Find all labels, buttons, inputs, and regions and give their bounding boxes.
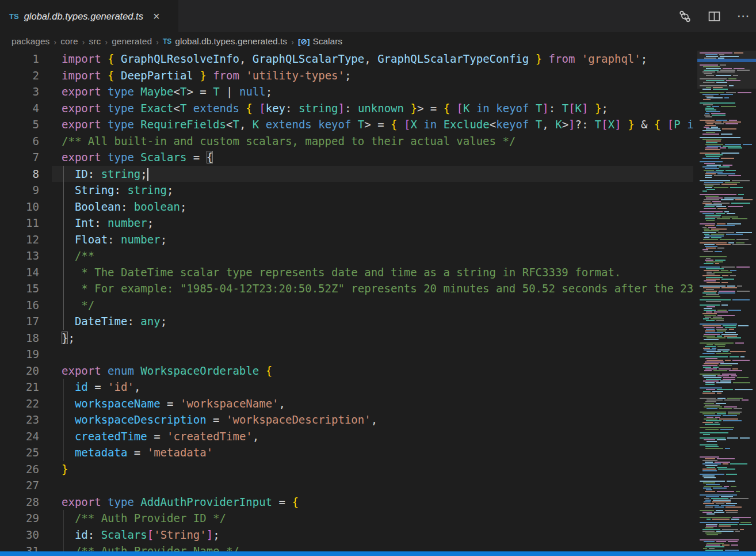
code-line[interactable]: workspaceName = 'workspaceName',: [52, 395, 693, 412]
typescript-file-icon: TS: [9, 12, 19, 21]
code-editor[interactable]: 1234567891011121314151617181920212223242…: [0, 51, 756, 551]
breadcrumb-item-core[interactable]: core: [60, 36, 78, 47]
code-line[interactable]: }: [52, 461, 693, 478]
code-line[interactable]: /** Auth Provider ID */: [52, 510, 693, 527]
breadcrumb-separator-icon: ›: [105, 37, 108, 47]
indent-guide: [63, 215, 64, 231]
indent-guide: [63, 444, 64, 461]
indent-guide: [63, 379, 64, 395]
indent-guide: [63, 428, 64, 445]
indent-guide: [63, 247, 64, 264]
code-line[interactable]: [52, 346, 693, 363]
line-number: 9: [0, 182, 39, 199]
tab-title: global.db.types.generated.ts: [24, 11, 143, 22]
close-tab-icon[interactable]: ×: [153, 10, 160, 22]
line-number: 1: [0, 51, 39, 67]
indent-guide: [63, 297, 64, 314]
indent-guide: [63, 182, 64, 199]
indent-guide: [63, 199, 64, 215]
line-number: 11: [0, 215, 39, 231]
code-line[interactable]: Boolean: boolean;: [52, 199, 693, 215]
breadcrumb-separator-icon: ›: [291, 37, 294, 47]
indent-guide: [63, 166, 64, 182]
breadcrumb-item-generated[interactable]: generated: [112, 36, 152, 47]
code-line[interactable]: */: [52, 297, 693, 314]
indent-guide: [63, 280, 64, 297]
line-number: 2: [0, 67, 39, 84]
code-line[interactable]: metadata = 'metadata': [52, 444, 693, 461]
line-number: 24: [0, 428, 39, 445]
code-line[interactable]: workspaceDescription = 'workspaceDescrip…: [52, 412, 693, 428]
line-number: 23: [0, 412, 39, 428]
indent-guide: [63, 395, 64, 412]
indent-guide: [63, 313, 64, 330]
code-line[interactable]: ID: string;: [52, 166, 693, 182]
line-number: 6: [0, 133, 39, 150]
open-changes-icon[interactable]: [678, 9, 692, 23]
editor-actions: ⋯: [678, 0, 750, 32]
code-line[interactable]: Int: number;: [52, 215, 693, 231]
line-number: 20: [0, 363, 39, 379]
breadcrumb: packages›core›src›generated›TSglobal.db.…: [0, 32, 756, 51]
code-line[interactable]: export enum WorkspaceOrderable {: [52, 363, 693, 379]
status-bar-edge: [0, 551, 756, 556]
split-editor-icon[interactable]: [707, 9, 721, 23]
code-line[interactable]: export type Exact<T extends { [key: stri…: [52, 100, 693, 117]
line-number: 21: [0, 379, 39, 395]
breadcrumb-file-icon: TS: [163, 37, 171, 45]
code-line[interactable]: [52, 477, 693, 494]
line-number: 8: [0, 166, 39, 182]
line-number: 14: [0, 264, 39, 281]
line-number: 25: [0, 444, 39, 461]
code-line[interactable]: import { GraphQLResolveInfo, GraphQLScal…: [52, 51, 693, 67]
code-line[interactable]: id: Scalars['String'];: [52, 527, 693, 543]
code-line[interactable]: Float: number;: [52, 231, 693, 248]
code-line[interactable]: String: string;: [52, 182, 693, 199]
line-number: 31: [0, 543, 39, 551]
line-number: 17: [0, 313, 39, 330]
code-line[interactable]: export type Maybe<T> = T | null;: [52, 83, 693, 100]
code-content[interactable]: import { GraphQLResolveInfo, GraphQLScal…: [52, 51, 693, 551]
code-line[interactable]: /** All built-in and custom scalars, map…: [52, 133, 693, 150]
line-number: 4: [0, 100, 39, 117]
code-line[interactable]: };: [52, 330, 693, 346]
code-line[interactable]: DateTime: any;: [52, 313, 693, 330]
line-number: 15: [0, 280, 39, 297]
code-line[interactable]: createdTime = 'createdTime',: [52, 428, 693, 445]
code-line[interactable]: /**: [52, 247, 693, 264]
line-number: 10: [0, 199, 39, 215]
indent-guide: [63, 412, 64, 428]
tab-global-db-types-generated[interactable]: TS global.db.types.generated.ts ×: [0, 0, 178, 32]
indent-guide: [63, 510, 64, 527]
code-line[interactable]: import { DeepPartial } from 'utility-typ…: [52, 67, 693, 84]
line-number: 22: [0, 395, 39, 412]
line-number: 27: [0, 477, 39, 494]
breadcrumb-item-src[interactable]: src: [89, 36, 101, 47]
indent-guide: [63, 264, 64, 281]
minimap-viewport-slider[interactable]: [697, 51, 756, 89]
line-number: 28: [0, 494, 39, 511]
breadcrumb-separator-icon: ›: [54, 37, 56, 47]
code-line[interactable]: export type RequireFields<T, K extends k…: [52, 116, 693, 133]
minimap[interactable]: [697, 51, 756, 551]
code-line[interactable]: export type Scalars = {: [52, 149, 693, 166]
line-number: 30: [0, 527, 39, 543]
code-line[interactable]: * The DateTime scalar type represents da…: [52, 264, 693, 281]
indent-guide: [63, 543, 64, 551]
breadcrumb-item-symbol[interactable]: Scalars: [312, 36, 342, 47]
line-number: 3: [0, 83, 39, 100]
code-line[interactable]: /** Auth Provider Name */: [52, 543, 693, 551]
breadcrumb-item-packages[interactable]: packages: [12, 36, 49, 47]
line-number: 29: [0, 510, 39, 527]
code-line[interactable]: id = 'id',: [52, 379, 693, 395]
line-number: 7: [0, 149, 39, 166]
breadcrumb-separator-icon: ›: [156, 37, 159, 47]
line-number: 16: [0, 297, 39, 314]
indent-guide: [63, 231, 64, 248]
code-line[interactable]: * For example: "1985-04-12T23:20:50.52Z"…: [52, 280, 693, 297]
line-number: 12: [0, 231, 39, 248]
breadcrumb-item-file[interactable]: global.db.types.generated.ts: [175, 36, 287, 47]
more-actions-icon[interactable]: ⋯: [736, 9, 750, 23]
line-number: 5: [0, 116, 39, 133]
code-line[interactable]: export type AddAuthProviderInput = {: [52, 494, 693, 511]
